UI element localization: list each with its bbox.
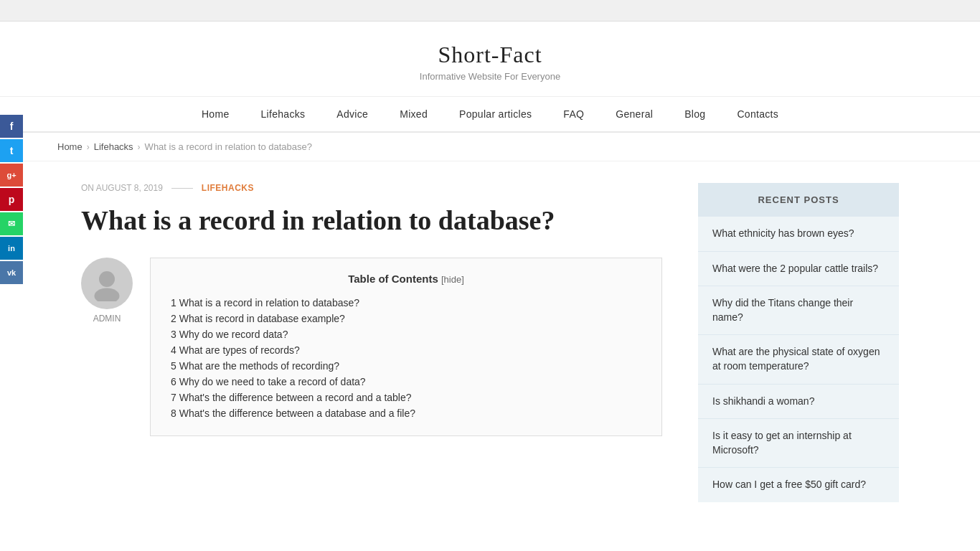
pinterest-share-button[interactable]: p [0, 188, 23, 211]
nav-list: Home Lifehacks Advice Mixed Popular arti… [0, 97, 980, 131]
breadcrumb: Home › Lifehacks › What is a record in r… [0, 133, 980, 161]
table-of-contents: Table of Contents [hide] 1 What is a rec… [150, 258, 662, 436]
toc-item-7: 7 What's the difference between a record… [171, 390, 641, 405]
linkedin-share-button[interactable]: in [0, 237, 23, 260]
recent-posts-widget: RECENT POSTS What ethnicity has brown ey… [698, 183, 899, 502]
author-info: ADMIN [81, 258, 133, 324]
post-date: ON AUGUST 8, 2019 [81, 183, 163, 193]
toc-item-6: 6 Why do we need to take a record of dat… [171, 374, 641, 390]
facebook-share-button[interactable]: f [0, 115, 23, 138]
breadcrumb-sep-1: › [87, 142, 90, 152]
breadcrumb-sep-2: › [138, 142, 141, 152]
nav-mixed[interactable]: Mixed [384, 97, 443, 131]
author-section: ADMIN Table of Contents [hide] 1 What is… [81, 258, 662, 436]
toc-hide-bracket[interactable]: [hide] [441, 274, 464, 285]
toc-list: 1 What is a record in relation to databa… [171, 295, 641, 421]
vk-share-button[interactable]: vk [0, 261, 23, 284]
breadcrumb-current: What is a record in relation to database… [145, 141, 312, 152]
toc-title: Table of Contents [hide] [171, 273, 641, 285]
site-tagline: Informative Website For Everyone [0, 71, 980, 82]
site-header: Short-Fact Informative Website For Every… [0, 22, 980, 97]
breadcrumb-section[interactable]: Lifehacks [94, 141, 133, 152]
recent-post-2: What were the 2 popular cattle trails? [698, 252, 899, 287]
post-meta: ON AUGUST 8, 2019 LIFEHACKS [81, 183, 662, 193]
nav-blog[interactable]: Blog [669, 97, 721, 131]
toc-item-8: 8 What's the difference between a databa… [171, 405, 641, 421]
nav-popular-articles[interactable]: Popular articles [443, 97, 547, 131]
recent-post-6: Is it easy to get an internship at Micro… [698, 419, 899, 468]
nav-home[interactable]: Home [186, 97, 245, 131]
googleplus-share-button[interactable]: g+ [0, 164, 23, 187]
site-title[interactable]: Short-Fact [0, 42, 980, 68]
recent-posts-heading: RECENT POSTS [698, 183, 899, 217]
twitter-share-button[interactable]: t [0, 139, 23, 162]
whatsapp-share-button[interactable]: ✉ [0, 212, 23, 235]
browser-bar [0, 0, 980, 22]
page-wrapper: ON AUGUST 8, 2019 LIFEHACKS What is a re… [24, 161, 956, 502]
nav-advice[interactable]: Advice [321, 97, 384, 131]
toc-item-2: 2 What is record in database example? [171, 311, 641, 326]
toc-item-4: 4 What are types of records? [171, 342, 641, 358]
nav-general[interactable]: General [600, 97, 669, 131]
toc-item-1: 1 What is a record in relation to databa… [171, 295, 641, 311]
main-content: ON AUGUST 8, 2019 LIFEHACKS What is a re… [81, 161, 662, 502]
toc-item-3: 3 Why do we record data? [171, 326, 641, 342]
author-avatar [81, 258, 133, 309]
recent-post-7: How can I get a free $50 gift card? [698, 468, 899, 502]
post-title: What is a record in relation to database… [81, 204, 662, 237]
svg-point-0 [99, 271, 115, 287]
toc-item-5: 5 What are the methods of recording? [171, 358, 641, 374]
post-category[interactable]: LIFEHACKS [202, 183, 254, 193]
social-sidebar: f t g+ p ✉ in vk [0, 115, 23, 284]
recent-posts-list: What ethnicity has brown eyes? What were… [698, 217, 899, 502]
recent-post-1: What ethnicity has brown eyes? [698, 217, 899, 252]
nav-lifehacks[interactable]: Lifehacks [245, 97, 321, 131]
recent-post-3: Why did the Titans change their name? [698, 286, 899, 335]
author-name: ADMIN [93, 314, 121, 324]
recent-post-4: What are the physical state of oxygen at… [698, 335, 899, 384]
nav-contacts[interactable]: Contacts [721, 97, 794, 131]
recent-post-5: Is shikhandi a woman? [698, 385, 899, 420]
main-navigation: Home Lifehacks Advice Mixed Popular arti… [0, 97, 980, 133]
sidebar: RECENT POSTS What ethnicity has brown ey… [698, 161, 899, 502]
meta-divider [171, 188, 193, 189]
svg-point-1 [95, 288, 120, 301]
breadcrumb-home[interactable]: Home [57, 141, 83, 152]
nav-faq[interactable]: FAQ [547, 97, 600, 131]
